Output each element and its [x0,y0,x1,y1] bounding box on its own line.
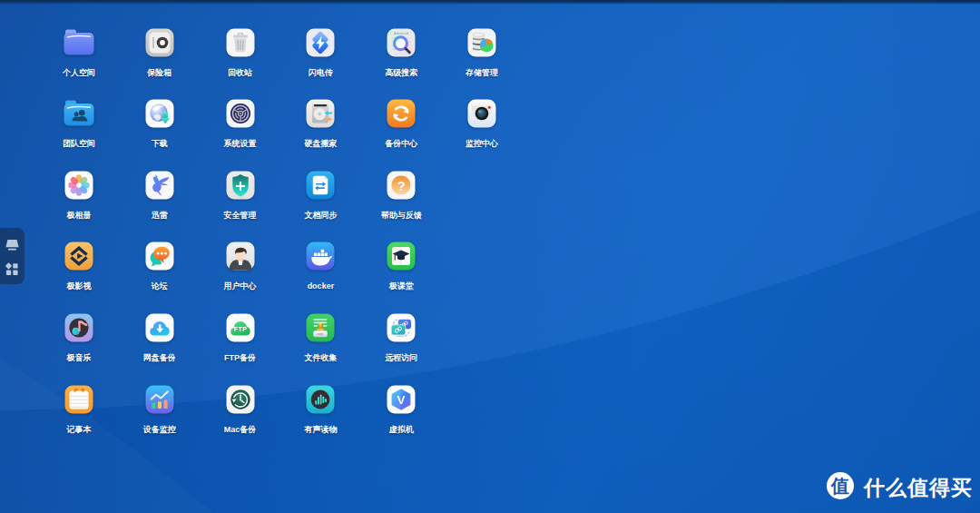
svg-text:V: V [397,393,406,407]
svg-text:FTP: FTP [233,326,246,332]
svg-text:Advanced: Advanced [394,32,408,35]
svg-text:?: ? [397,177,406,192]
